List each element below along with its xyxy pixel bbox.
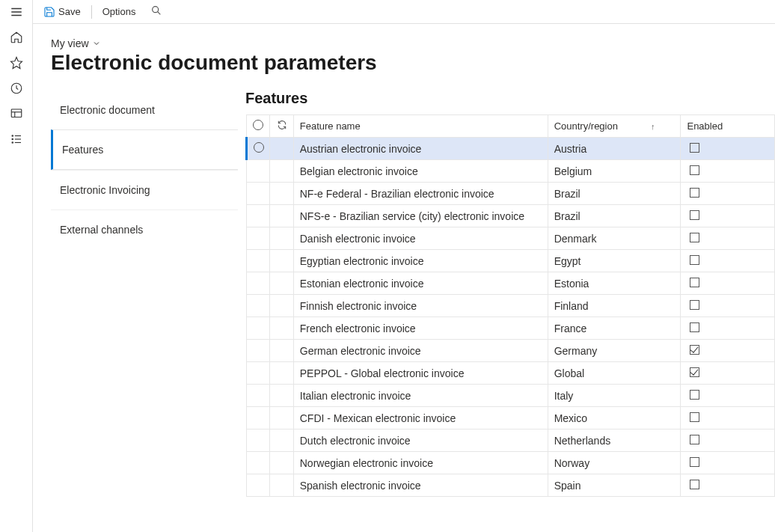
- checkbox-icon[interactable]: [690, 435, 699, 444]
- header-enabled[interactable]: Enabled: [681, 115, 775, 138]
- search-button[interactable]: [143, 1, 170, 22]
- checkbox-icon[interactable]: [690, 322, 699, 332]
- svg-point-14: [153, 7, 159, 13]
- enabled-cell[interactable]: [681, 474, 775, 497]
- table-row[interactable]: Dutch electronic invoiceNetherlands: [247, 429, 775, 452]
- checkbox-icon[interactable]: [690, 412, 699, 422]
- feature-cell: French electronic invoice: [293, 317, 548, 340]
- row-select-cell[interactable]: [247, 227, 270, 250]
- checkbox-icon[interactable]: [690, 300, 699, 310]
- header-feature-label: Feature name: [300, 120, 361, 132]
- table-row[interactable]: Danish electronic invoiceDenmark: [247, 227, 775, 250]
- header-feature[interactable]: Feature name: [293, 115, 548, 138]
- table-row[interactable]: Belgian electronic invoiceBelgium: [247, 160, 775, 183]
- row-select-cell[interactable]: [247, 160, 270, 183]
- nav-item-features[interactable]: Features: [51, 129, 238, 170]
- enabled-cell[interactable]: [681, 317, 775, 340]
- workspaces-icon[interactable]: [9, 106, 24, 121]
- country-cell: Italy: [548, 385, 681, 407]
- row-select-cell[interactable]: [247, 385, 270, 407]
- enabled-cell[interactable]: [681, 138, 775, 160]
- row-select-cell[interactable]: [247, 407, 270, 429]
- header-select[interactable]: [247, 115, 270, 138]
- row-select-cell[interactable]: [247, 340, 270, 362]
- header-refresh[interactable]: [270, 115, 293, 138]
- modules-icon[interactable]: [9, 132, 24, 147]
- enabled-cell[interactable]: [681, 385, 775, 407]
- star-icon[interactable]: [9, 55, 24, 70]
- enabled-cell[interactable]: [681, 295, 775, 317]
- enabled-cell[interactable]: [681, 452, 775, 474]
- table-row[interactable]: German electronic invoiceGermany: [247, 340, 775, 362]
- row-refresh-cell: [270, 429, 293, 452]
- nav-item-electronic-invoicing[interactable]: Electronic Invoicing: [51, 170, 238, 210]
- table-row[interactable]: Spanish electronic invoiceSpain: [247, 474, 775, 497]
- enabled-cell[interactable]: [681, 160, 775, 183]
- recent-icon[interactable]: [9, 81, 24, 96]
- enabled-cell[interactable]: [681, 183, 775, 205]
- feature-cell: Estonian electronic invoice: [293, 272, 548, 295]
- row-select-cell[interactable]: [247, 317, 270, 340]
- table-row[interactable]: Egyptian electronic invoiceEgypt: [247, 250, 775, 272]
- enabled-cell[interactable]: [681, 227, 775, 250]
- enabled-cell[interactable]: [681, 250, 775, 272]
- checkbox-icon[interactable]: [690, 457, 699, 467]
- table-row[interactable]: Italian electronic invoiceItaly: [247, 385, 775, 407]
- table-row[interactable]: Austrian electronic invoiceAustria: [247, 138, 775, 160]
- checkbox-icon[interactable]: [690, 480, 699, 489]
- table-row[interactable]: Finnish electronic invoiceFinland: [247, 295, 775, 317]
- row-select-cell[interactable]: [247, 452, 270, 474]
- row-select-cell[interactable]: [247, 205, 270, 227]
- row-select-cell[interactable]: [247, 250, 270, 272]
- view-selector[interactable]: My view: [51, 37, 775, 49]
- row-refresh-cell: [270, 340, 293, 362]
- row-select-cell[interactable]: [247, 474, 270, 497]
- row-select-cell[interactable]: [247, 138, 270, 160]
- table-row[interactable]: French electronic invoiceFrance: [247, 317, 775, 340]
- checkbox-icon[interactable]: [690, 390, 699, 400]
- options-button[interactable]: Options: [98, 3, 141, 20]
- enabled-cell[interactable]: [681, 407, 775, 429]
- header-country[interactable]: Country/region↑: [548, 115, 681, 138]
- table-row[interactable]: PEPPOL - Global electronic invoiceGlobal: [247, 362, 775, 385]
- checkbox-icon[interactable]: [690, 345, 699, 355]
- checkbox-icon[interactable]: [690, 188, 699, 198]
- table-row[interactable]: CFDI - Mexican electronic invoiceMexico: [247, 407, 775, 429]
- row-select-cell[interactable]: [247, 295, 270, 317]
- save-button[interactable]: Save: [39, 3, 85, 21]
- row-select-cell[interactable]: [247, 272, 270, 295]
- row-select-cell[interactable]: [247, 362, 270, 385]
- checkbox-icon[interactable]: [690, 210, 699, 220]
- home-icon[interactable]: [9, 30, 24, 45]
- checkbox-icon[interactable]: [690, 143, 699, 153]
- enabled-cell[interactable]: [681, 205, 775, 227]
- country-cell: Germany: [548, 340, 681, 362]
- enabled-cell[interactable]: [681, 429, 775, 452]
- table-row[interactable]: Norwegian electronic invoiceNorway: [247, 452, 775, 474]
- row-select-cell[interactable]: [247, 429, 270, 452]
- checkbox-icon[interactable]: [690, 278, 699, 287]
- enabled-cell[interactable]: [681, 272, 775, 295]
- svg-point-8: [12, 135, 13, 137]
- checkbox-icon[interactable]: [690, 233, 699, 242]
- feature-cell: Belgian electronic invoice: [293, 160, 548, 183]
- row-select-cell[interactable]: [247, 183, 270, 205]
- table-row[interactable]: NFS-e - Brazilian service (city) electro…: [247, 205, 775, 227]
- feature-cell: Dutch electronic invoice: [293, 429, 548, 452]
- feature-cell: Norwegian electronic invoice: [293, 452, 548, 474]
- nav-item-external-channels[interactable]: External channels: [51, 210, 238, 249]
- svg-rect-5: [11, 109, 22, 117]
- enabled-cell[interactable]: [681, 362, 775, 385]
- save-icon: [43, 6, 55, 18]
- enabled-cell[interactable]: [681, 340, 775, 362]
- checkbox-icon[interactable]: [690, 255, 699, 265]
- table-row[interactable]: NF-e Federal - Brazilian electronic invo…: [247, 183, 775, 205]
- country-cell: Egypt: [548, 250, 681, 272]
- left-nav: Electronic documentFeaturesElectronic In…: [51, 90, 238, 249]
- hamburger-icon[interactable]: [9, 4, 24, 19]
- nav-item-electronic-document[interactable]: Electronic document: [51, 90, 238, 129]
- table-row[interactable]: Estonian electronic invoiceEstonia: [247, 272, 775, 295]
- checkbox-icon[interactable]: [690, 165, 699, 175]
- header-row: Feature name Country/region↑ Enabled: [247, 115, 775, 138]
- checkbox-icon[interactable]: [690, 367, 699, 377]
